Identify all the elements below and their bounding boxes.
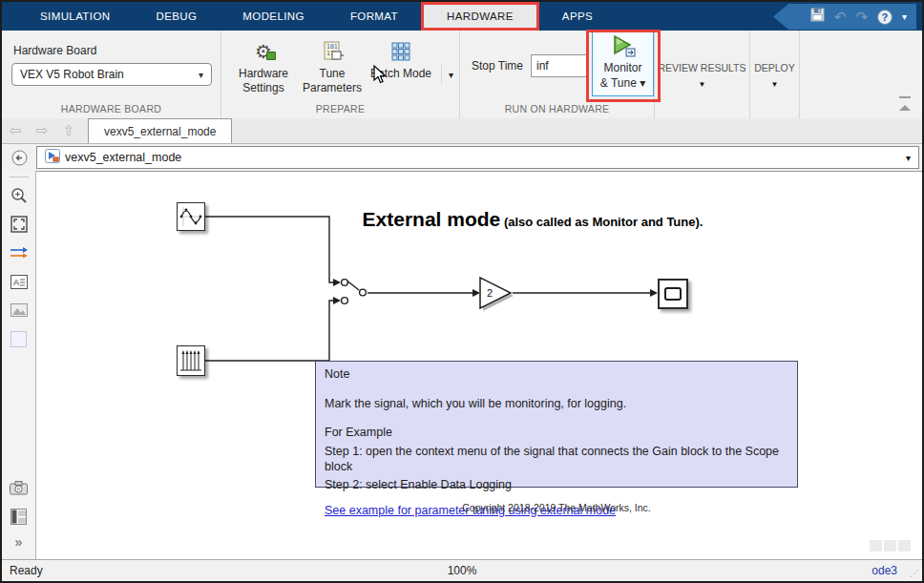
tab-apps[interactable]: APPS — [539, 2, 616, 31]
section-review-results[interactable]: REVIEW RESULTS ▼ — [655, 31, 750, 118]
tab-hardware[interactable]: HARDWARE — [421, 2, 539, 31]
model-document-tab[interactable]: vexv5_external_mode — [88, 118, 232, 143]
monitor-tune-button[interactable]: Monitor & Tune ▾ — [592, 31, 654, 96]
hardware-settings-label: Hardware Settings — [229, 67, 298, 95]
tab-simulation[interactable]: SIMULATION — [17, 2, 133, 31]
section-run-on-hardware: Stop Time Monitor & Tune ▾ RUN ON HARDWA… — [460, 31, 655, 118]
redo-icon[interactable]: ↷ — [855, 10, 868, 24]
toolstrip-tabbar: SIMULATION DEBUG MODELING FORMAT HARDWAR… — [2, 2, 922, 31]
undo-icon[interactable]: ↶ — [834, 10, 847, 24]
section-deploy[interactable]: DEPLOY ▼ — [750, 31, 800, 118]
title-main: External mode — [363, 208, 501, 230]
collapse-ribbon-icon[interactable] — [899, 105, 911, 111]
review-results-caret-icon: ▼ — [655, 80, 749, 89]
deploy-label: DEPLOY — [750, 62, 799, 73]
review-results-label: REVIEW RESULTS — [655, 62, 749, 73]
back-icon[interactable]: ⇦ — [2, 118, 29, 143]
batch-mode-button[interactable]: Batch Mode — [367, 34, 435, 101]
tune-parameters-button[interactable]: 1011?1 Tune Parameters — [298, 34, 367, 101]
stop-time-input[interactable] — [531, 54, 588, 77]
zoom-in-icon[interactable] — [9, 185, 30, 206]
section-label-run-on-hardware: RUN ON HARDWARE — [460, 103, 654, 115]
toolbar-menu-caret-icon[interactable]: ▾ — [902, 11, 907, 22]
image-icon[interactable] — [9, 300, 30, 321]
section-hardware-board: Hardware Board VEX V5 Robot Brain ▾ HARD… — [2, 31, 221, 118]
scope-screen-icon — [664, 287, 682, 301]
quick-access-toolbar: ↶ ↷ ? ▾ — [773, 4, 916, 30]
sine-wave-block[interactable] — [177, 202, 205, 231]
title-suffix: (also called as Monitor and Tune). — [500, 215, 703, 229]
run-play-icon — [611, 34, 636, 61]
monitor-tune-label-line1: Monitor — [603, 61, 641, 76]
model-canvas[interactable]: 2 External mode (also called as Monitor … — [36, 171, 922, 559]
hardware-board-select[interactable]: VEX V5 Robot Brain ▾ — [11, 63, 212, 86]
batch-mode-label: Batch Mode — [370, 67, 431, 81]
tab-format[interactable]: FORMAT — [327, 2, 421, 31]
stop-time-label: Stop Time — [472, 59, 523, 73]
annotation-icon[interactable]: A — [9, 271, 30, 292]
pulse-train-icon — [178, 347, 203, 374]
fit-to-view-icon[interactable] — [9, 214, 30, 235]
deploy-caret-icon: ▼ — [750, 80, 799, 89]
sine-wave-icon — [178, 204, 203, 229]
gear-icon: ⚙ — [255, 38, 272, 65]
screenshot-camera-icon[interactable] — [9, 477, 30, 498]
save-icon[interactable] — [810, 8, 825, 26]
resize-grip[interactable]: ⋰ — [910, 569, 919, 578]
ribbon: Hardware Board VEX V5 Robot Brain ▾ HARD… — [2, 31, 922, 118]
prepare-overflow-caret[interactable]: ▾ — [441, 65, 453, 84]
copyright-annotation: Copyright 2018-2019 The MathWorks, Inc. — [315, 502, 798, 513]
canvas-watermark — [870, 540, 911, 552]
hardware-board-label: Hardware Board — [13, 44, 96, 57]
sidebar-more-icon[interactable]: » — [15, 534, 23, 550]
forward-icon[interactable]: ⇨ — [29, 118, 55, 143]
scope-block[interactable] — [658, 279, 688, 309]
breadcrumb[interactable]: vexv5_external_mode ▾ — [36, 146, 919, 169]
monitor-tune-label-line2: & Tune ▾ — [600, 76, 645, 92]
note-annotation: Note Mark the signal, which you will be … — [315, 361, 798, 488]
chevron-down-icon: ▾ — [199, 70, 203, 80]
tab-debug[interactable]: DEBUG — [133, 2, 220, 31]
breadcrumb-row: vexv5_external_mode ▾ — [2, 144, 922, 171]
model-file-icon — [45, 149, 60, 167]
note-body-4: Step 2: select Enable Data Logging — [325, 478, 788, 493]
model-title-annotation: External mode (also called as Monitor an… — [265, 208, 800, 231]
section-label-prepare: PREPARE — [221, 103, 459, 115]
hardware-board-value: VEX V5 Robot Brain — [20, 68, 124, 81]
section-prepare: ⚙ Hardware Settings 1011?1 Tune Paramete… — [221, 31, 460, 118]
hide-browser-button[interactable] — [2, 144, 36, 171]
note-body-3: Step 1: open the context menu of the sig… — [325, 445, 788, 474]
simulink-window: SIMULATION DEBUG MODELING FORMAT HARDWAR… — [0, 0, 924, 583]
note-heading: Note — [325, 367, 788, 383]
tab-modeling[interactable]: MODELING — [220, 2, 327, 31]
note-body-1: Mark the signal, which you will be monit… — [325, 397, 788, 412]
note-body-2: For Example — [325, 426, 788, 441]
area-icon[interactable] — [9, 328, 30, 349]
pulse-generator-block[interactable] — [177, 345, 205, 376]
zoom-level: 100% — [2, 564, 922, 577]
tune-parameters-icon: 1011?1 — [321, 38, 344, 65]
breadcrumb-model-name[interactable]: vexv5_external_mode — [65, 151, 181, 164]
section-label-hardware-board: HARDWARE BOARD — [2, 103, 220, 115]
palette-sidebar: A » — [2, 171, 36, 559]
ribbon-empty-area — [800, 31, 922, 118]
sidebar-divider — [10, 177, 29, 177]
batch-mode-grid-icon — [391, 38, 410, 65]
svg-text:A: A — [13, 278, 19, 287]
layout-panels-icon[interactable] — [9, 506, 30, 527]
hardware-settings-button[interactable]: ⚙ Hardware Settings — [229, 34, 298, 101]
document-bar: ⇦ ⇨ ⇧ vexv5_external_mode — [2, 118, 922, 144]
help-icon[interactable]: ? — [877, 10, 892, 25]
breadcrumb-caret-icon[interactable]: ▾ — [906, 153, 911, 163]
tune-parameters-label: Tune Parameters — [298, 67, 367, 95]
signal-arrows-icon[interactable] — [9, 242, 30, 263]
status-bar: Ready 100% ode3 ⋰ — [2, 559, 922, 581]
up-icon[interactable]: ⇧ — [55, 118, 82, 143]
gain-block-value[interactable]: 2 — [487, 287, 493, 299]
